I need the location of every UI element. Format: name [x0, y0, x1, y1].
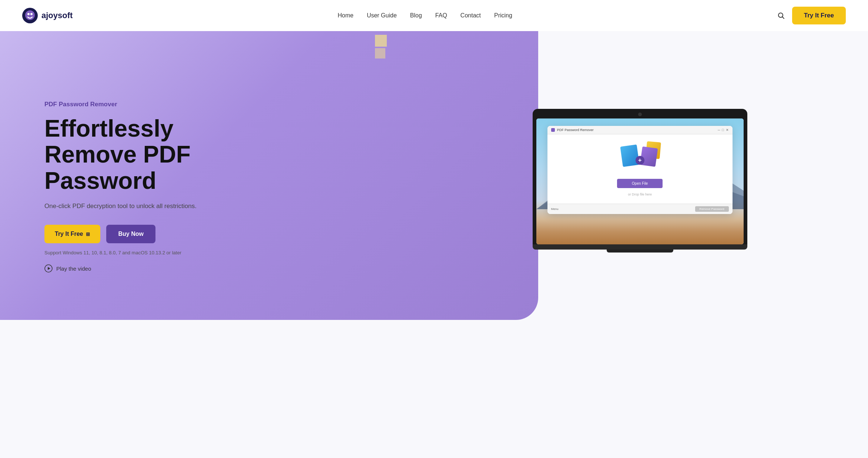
maximize-button[interactable]: □ [722, 128, 724, 132]
support-text: Support Windows 11, 10, 8.1, 8.0, 7 and … [44, 250, 434, 255]
windows-icon: ⊞ [86, 231, 90, 237]
search-icon [777, 12, 785, 19]
nav-try-it-free-button[interactable]: Try It Free [792, 7, 846, 24]
drop-text: or Drop file here [628, 193, 652, 196]
plus-icon: + [636, 156, 644, 165]
navbar: ajoysoft Home User Guide Blog FAQ Contac… [0, 0, 868, 31]
hero-section: PDF Password Remover Effortlessly Remove… [0, 31, 868, 320]
laptop-base [533, 244, 747, 250]
nav-home[interactable]: Home [338, 12, 353, 19]
hero-buttons: Try It Free ⊞ Buy Now [44, 225, 434, 243]
btn-try-label: Try It Free [55, 231, 83, 237]
hero-title-line3: Password [44, 167, 156, 194]
laptop-body: PDF Password Remover ─ □ ✕ [533, 109, 747, 244]
app-menu-label: Menu [551, 207, 559, 211]
search-button[interactable] [777, 12, 785, 19]
hero-left: PDF Password Remover Effortlessly Remove… [22, 78, 434, 273]
app-title-icon [551, 128, 555, 132]
nav-links: Home User Guide Blog FAQ Contact Pricing [338, 12, 512, 19]
nav-faq[interactable]: FAQ [435, 12, 447, 19]
hero-title: Effortlessly Remove PDF Password [44, 116, 434, 194]
svg-line-5 [782, 17, 784, 19]
logo-area[interactable]: ajoysoft [22, 8, 73, 23]
nav-blog[interactable]: Blog [410, 12, 422, 19]
laptop-screen: PDF Password Remover ─ □ ✕ [536, 118, 744, 244]
hero-title-line1: Effortlessly [44, 115, 174, 142]
brand-name: ajoysoft [41, 11, 73, 20]
app-window-controls: ─ □ ✕ [718, 128, 729, 132]
play-icon [44, 264, 53, 273]
hero-buy-now-button[interactable]: Buy Now [106, 225, 155, 243]
play-video-button[interactable]: Play the video [44, 264, 91, 273]
logo-icon [22, 8, 38, 23]
app-title-area: PDF Password Remover [551, 128, 594, 132]
hero-title-line2: Remove PDF [44, 141, 191, 168]
deco-square-small [375, 48, 385, 58]
laptop-camera [638, 113, 642, 116]
nav-right: Try It Free [777, 7, 846, 24]
laptop-mockup: PDF Password Remover ─ □ ✕ [533, 109, 747, 250]
nav-pricing[interactable]: Pricing [494, 12, 512, 19]
nav-user-guide[interactable]: User Guide [367, 12, 397, 19]
nav-contact[interactable]: Contact [460, 12, 481, 19]
pdf-icons-area: + [618, 142, 662, 171]
remove-password-button[interactable]: Remove Password [695, 206, 729, 212]
svg-marker-7 [48, 267, 50, 270]
app-title-label: PDF Password Remover [557, 128, 594, 132]
hero-content: PDF Password Remover Effortlessly Remove… [22, 31, 846, 298]
app-window: PDF Password Remover ─ □ ✕ [547, 126, 733, 214]
pdf-icon-blue [620, 144, 639, 167]
app-body: + Open File or Drop file here [547, 134, 733, 204]
deco-squares [375, 35, 387, 58]
app-footer: Menu Remove Password [547, 204, 733, 214]
hero-subtitle: One-click PDF decryption tool to unlock … [44, 203, 215, 210]
svg-point-2 [27, 13, 30, 15]
deco-square-large [375, 35, 387, 47]
hero-try-it-free-button[interactable]: Try It Free ⊞ [44, 225, 100, 243]
svg-point-3 [30, 13, 33, 15]
minimize-button[interactable]: ─ [718, 128, 720, 132]
play-video-label: Play the video [56, 265, 91, 272]
open-file-button[interactable]: Open File [617, 179, 663, 188]
product-label: PDF Password Remover [44, 101, 434, 108]
close-button[interactable]: ✕ [726, 128, 729, 132]
app-titlebar: PDF Password Remover ─ □ ✕ [547, 126, 733, 134]
hero-right: PDF Password Remover ─ □ ✕ [434, 109, 846, 242]
